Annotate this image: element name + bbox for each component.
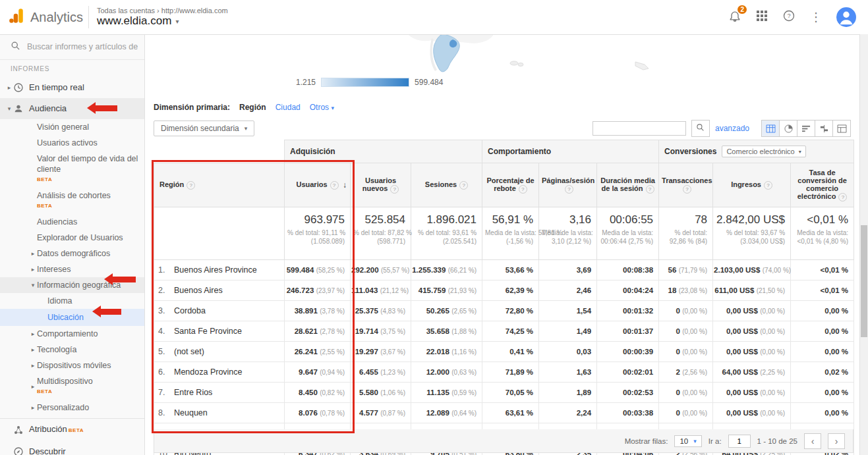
help-icon[interactable]: ? — [390, 185, 399, 194]
table-search-input[interactable] — [593, 121, 686, 136]
sidebar-item-audiencias[interactable]: Audiencias — [0, 214, 144, 230]
dimension-otros-tab[interactable]: Otros ▾ — [310, 103, 334, 112]
sidebar-item-intereses[interactable]: ▸Intereses — [0, 261, 144, 277]
table-row[interactable]: 3.Cordoba38.891 (3,78 %)25.375 (4,83 %)5… — [154, 301, 854, 321]
table-row[interactable]: 7.Entre Rios8.450 (0,82 %)5.580 (1,06 %)… — [154, 383, 854, 403]
table-search-button[interactable] — [691, 120, 710, 137]
help-icon[interactable]: ? — [565, 185, 573, 194]
table-row[interactable]: 5.(not set)26.241 (2,55 %)19.297 (3,67 %… — [154, 342, 854, 362]
column-header-transacciones[interactable]: Transacciones? — [659, 163, 713, 207]
sidebar-item-label: En tiempo real — [29, 82, 140, 93]
region-name[interactable]: Santa Fe Province — [174, 327, 242, 336]
sidebar-search-input[interactable] — [26, 41, 140, 52]
sidebar-item-label: Audiencias — [37, 217, 140, 227]
pivot-view-button[interactable] — [833, 120, 851, 137]
help-icon[interactable]: ? — [459, 181, 468, 190]
region-cell[interactable]: 3.Cordoba — [154, 301, 285, 321]
table-row[interactable]: 4.Santa Fe Province28.621 (2,78 %)19.714… — [154, 321, 854, 342]
percentage-view-button[interactable] — [780, 120, 797, 137]
table-row[interactable]: 6.Mendoza Province9.647 (0,94 %)6.455 (1… — [154, 362, 854, 383]
region-cell[interactable]: 8.Neuquen — [154, 403, 285, 423]
advanced-filter-link[interactable]: avanzado — [715, 124, 749, 133]
sidebar-item-personalizado[interactable]: ▸Personalizado — [0, 400, 144, 415]
sidebar-item-an-lisis-de-cohortes[interactable]: Análisis de cohortesBETA — [0, 188, 144, 214]
sidebar-item-en-tiempo-real[interactable]: ▸En tiempo real — [0, 77, 144, 98]
table-row[interactable]: 8.Neuquen8.076 (0,78 %)4.577 (0,87 %)12.… — [154, 403, 854, 423]
help-icon[interactable]: ? — [646, 185, 654, 194]
breadcrumb[interactable]: Todas las cuentas › http://www.eldia.com — [97, 7, 228, 14]
sidebar-item-visi-n-general[interactable]: Visión general — [0, 119, 144, 135]
user-avatar[interactable] — [836, 7, 856, 27]
column-header-paginas-sesion[interactable]: Páginas/sesión? — [539, 163, 597, 207]
column-header-rebote[interactable]: Porcentaje de rebote? — [482, 163, 539, 207]
sidebar-item-tecnolog-a[interactable]: ▸Tecnología — [0, 342, 144, 358]
secondary-dimension-button[interactable]: Dimensión secundaria ▾ — [154, 120, 254, 136]
view-switcher — [761, 120, 851, 137]
chevron-right-icon: ▸ — [29, 344, 37, 355]
prev-page-button[interactable]: ‹ — [804, 433, 821, 449]
geo-map[interactable] — [368, 34, 658, 75]
sidebar-item-atribuci-n[interactable]: AtribuciónBETA — [0, 418, 144, 441]
region-cell[interactable]: 5.(not set) — [154, 342, 285, 362]
sidebar-item-datos-demogr-ficos[interactable]: ▸Datos demográficos — [0, 246, 144, 261]
rows-per-page-select[interactable]: 10 ▾ — [674, 435, 701, 447]
region-cell[interactable]: 7.Entre Rios — [154, 383, 285, 403]
help-icon[interactable]: ? — [187, 181, 195, 190]
dimension-ciudad-tab[interactable]: Ciudad — [275, 103, 301, 112]
region-name[interactable]: Buenos Aires Province — [174, 265, 257, 275]
sidebar-item-ubicaci-n[interactable]: Ubicación — [0, 309, 144, 326]
sidebar-item-explorador-de-usuarios[interactable]: Explorador de Usuarios — [0, 230, 144, 246]
sidebar-item-audiencia[interactable]: ▾Audiencia — [0, 98, 144, 119]
sidebar-item-comportamiento[interactable]: ▸Comportamiento — [0, 326, 144, 342]
region-name[interactable]: Buenos Aires — [174, 286, 223, 295]
column-header-duracion[interactable]: Duración media de la sesión? — [597, 163, 659, 207]
column-header-region[interactable]: Región? — [154, 163, 285, 207]
region-name[interactable]: Cordoba — [174, 306, 206, 315]
region-name[interactable]: Entre Rios — [174, 388, 212, 397]
region-cell[interactable]: 4.Santa Fe Province — [154, 321, 285, 342]
next-page-button[interactable]: › — [828, 433, 845, 449]
sidebar-item-informaci-n-geogr-fica[interactable]: ▾Información geográfica — [0, 277, 144, 293]
dimension-region-tab[interactable]: Región — [239, 103, 266, 112]
help-icon[interactable]: ? — [683, 185, 691, 194]
help-icon[interactable]: ? — [764, 181, 772, 190]
column-header-ingresos[interactable]: Ingresos? — [713, 163, 791, 207]
column-header-tasa-conversion[interactable]: Tasa de conversión de comercio electróni… — [791, 163, 854, 207]
table-row[interactable]: 1.Buenos Aires Province599.484 (58,25 %)… — [154, 260, 854, 281]
column-header-sesiones[interactable]: Sesiones? — [411, 163, 482, 207]
sidebar-item-multidispositivo[interactable]: ▸MultidispositivoBETA — [0, 373, 144, 400]
apps-grid-button[interactable] — [756, 10, 768, 24]
column-header-usuarios-nuevos[interactable]: Usuarios nuevos? — [351, 163, 411, 207]
comparison-view-button[interactable] — [815, 120, 833, 137]
sidebar-search[interactable] — [0, 34, 144, 60]
help-icon[interactable]: ? — [519, 185, 527, 194]
analytics-logo[interactable]: Analytics — [0, 7, 86, 27]
region-cell[interactable]: 6.Mendoza Province — [154, 362, 285, 383]
scrollbar-thumb[interactable] — [861, 225, 867, 337]
performance-view-button[interactable] — [797, 120, 815, 137]
notifications-button[interactable]: 2 — [728, 9, 741, 25]
region-name[interactable]: Mendoza Province — [174, 367, 243, 377]
column-header-usuarios[interactable]: Usuarios?↓ — [285, 163, 351, 207]
region-name[interactable]: (not set) — [174, 347, 204, 356]
region-cell[interactable]: 2.Buenos Aires — [154, 281, 285, 301]
goto-label: Ir a: — [709, 437, 722, 445]
ecommerce-selector[interactable]: Comercio electrónico ▾ — [722, 146, 805, 157]
sidebar-item-valor-del-tiempo-de-vida-del-cliente[interactable]: Valor del tiempo de vida del clienteBETA — [0, 151, 144, 188]
goto-page-input[interactable] — [728, 435, 751, 448]
region-cell[interactable]: 1.Buenos Aires Province — [154, 260, 285, 281]
help-icon[interactable]: ? — [330, 181, 339, 190]
help-button[interactable]: ? — [782, 9, 796, 25]
sidebar-item-idioma[interactable]: Idioma — [0, 293, 144, 309]
table-view-button[interactable] — [761, 120, 780, 137]
vertical-scrollbar[interactable] — [859, 34, 868, 455]
help-icon[interactable]: ? — [838, 193, 847, 201]
account-selector[interactable]: www.eldia.com ▾ — [97, 14, 228, 28]
sidebar-item-dispositivos-m-viles[interactable]: ▸Dispositivos móviles — [0, 358, 144, 373]
more-options-button[interactable]: ⋮ — [810, 10, 822, 24]
sidebar-item-usuarios-activos[interactable]: Usuarios activos — [0, 135, 144, 151]
summary-transacciones: 78% del total:92,86 % (84) — [659, 207, 713, 260]
region-name[interactable]: Neuquen — [174, 408, 208, 417]
table-row[interactable]: 2.Buenos Aires246.723 (23,97 %)111.043 (… — [154, 281, 854, 301]
sidebar-item-descubrir[interactable]: Descubrir — [0, 441, 144, 455]
